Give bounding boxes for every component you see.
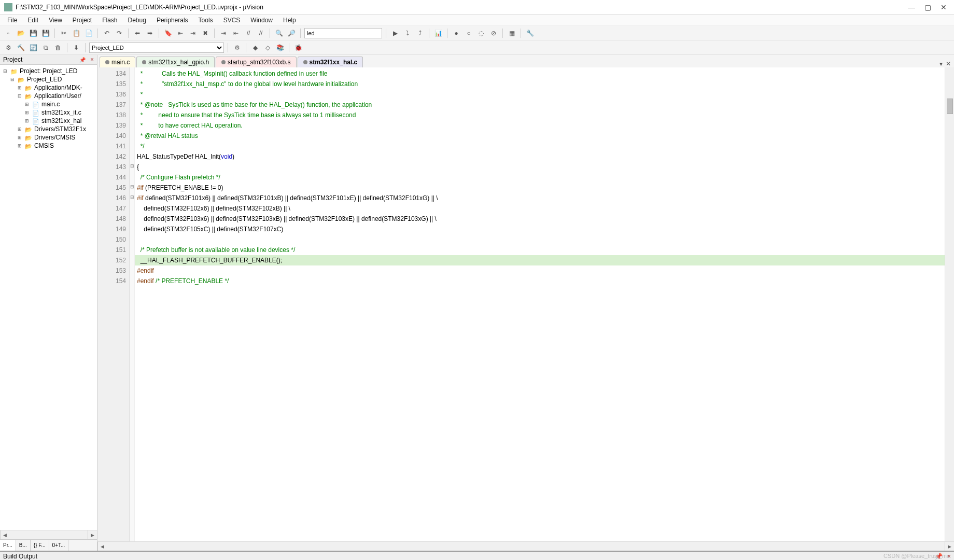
fold-gutter[interactable]: ⊟⊟⊟: [130, 67, 135, 541]
editor-vscroll[interactable]: [945, 67, 954, 541]
break-button[interactable]: ●: [451, 28, 461, 38]
menu-view[interactable]: View: [45, 16, 66, 25]
cut-button[interactable]: ✂: [59, 28, 69, 38]
file-tab-startup_stm32f103xb.s[interactable]: startup_stm32f103xb.s: [216, 57, 296, 67]
tree-group-2[interactable]: ⊞Drivers/STM32F1x: [1, 125, 96, 133]
rebuild-button[interactable]: 🔄: [28, 43, 38, 53]
project-tree[interactable]: ⊟Project: Project_LED⊟Project_LED⊞Applic…: [0, 65, 97, 530]
menu-edit[interactable]: Edit: [23, 16, 43, 25]
dbg-over-button[interactable]: ⤴: [415, 28, 425, 38]
panel-tab-0[interactable]: Pr...: [0, 540, 16, 551]
back-button[interactable]: ⬅: [132, 28, 143, 38]
project-panel-header: Project 📌 ×: [0, 55, 97, 65]
uncomment-button[interactable]: //: [256, 28, 266, 38]
find-button[interactable]: 🔍: [274, 28, 284, 38]
bm-next-button[interactable]: ⇥: [188, 28, 198, 38]
translate-button[interactable]: ⚙: [3, 43, 13, 53]
comment-button[interactable]: //: [243, 28, 254, 38]
scroll-thumb[interactable]: [947, 99, 953, 114]
new-button[interactable]: ▫: [3, 28, 13, 38]
watermark: CSDN @Please_trust_me: [883, 553, 950, 559]
tree-group-1[interactable]: ⊟Application/User/: [1, 92, 96, 100]
save-button[interactable]: 💾: [28, 28, 38, 38]
paste-button[interactable]: 📄: [83, 28, 94, 38]
outdent-button[interactable]: ⇤: [231, 28, 241, 38]
minimize-button[interactable]: —: [908, 3, 915, 11]
menu-debug[interactable]: Debug: [124, 16, 150, 25]
editor-close-icon[interactable]: ✕: [946, 60, 951, 67]
download-button[interactable]: ⬇: [71, 43, 81, 53]
build-button[interactable]: 🔨: [16, 43, 26, 53]
dbg-step-button[interactable]: ⤵: [402, 28, 413, 38]
tree-group-3[interactable]: ⊞Drivers/CMSIS: [1, 133, 96, 142]
clean-button[interactable]: 🗑: [53, 43, 63, 53]
options-button[interactable]: ⚙: [232, 43, 242, 53]
file-tab-stm32f1xx_hal_gpio.h[interactable]: stm32f1xx_hal_gpio.h: [136, 57, 215, 67]
menu-flash[interactable]: Flash: [98, 16, 121, 25]
file-tab-main.c[interactable]: main.c: [100, 57, 135, 67]
clear-all-button[interactable]: ⊘: [488, 28, 499, 38]
manage-rt-button[interactable]: ◆: [250, 43, 260, 53]
toolbar-build: ⚙🔨🔄⧉🗑⬇Project_LED⚙◆◇📚🐞: [0, 40, 954, 55]
batch-button[interactable]: ⧉: [40, 43, 51, 53]
project-hscroll[interactable]: ◀ ▶: [0, 530, 97, 539]
close-button[interactable]: ✕: [941, 3, 947, 11]
code-content[interactable]: * Calls the HAL_MspInit() callback funct…: [135, 67, 945, 541]
panel-tab-3[interactable]: 0+T...: [49, 540, 69, 551]
bm-clear-button[interactable]: ✖: [200, 28, 211, 38]
file-tab-stm32f1xx_hal.c[interactable]: stm32f1xx_hal.c: [298, 57, 363, 67]
menu-file[interactable]: File: [3, 16, 21, 25]
maximize-button[interactable]: ▢: [924, 3, 931, 11]
target-select[interactable]: Project_LED: [89, 43, 224, 53]
tree-project-root[interactable]: ⊟Project: Project_LED: [1, 67, 96, 75]
open-button[interactable]: 📂: [16, 28, 26, 38]
panel-tab-2[interactable]: {} F...: [31, 540, 49, 551]
menu-window[interactable]: Window: [246, 16, 277, 25]
indent-button[interactable]: ⇥: [218, 28, 229, 38]
forward-button[interactable]: ➡: [145, 28, 155, 38]
redo-button[interactable]: ↷: [114, 28, 124, 38]
manage-books-button[interactable]: 📚: [275, 43, 285, 53]
search-input[interactable]: [304, 28, 382, 38]
scroll-left-icon[interactable]: ◀: [97, 542, 107, 551]
scroll-right-icon[interactable]: ▶: [88, 530, 97, 539]
disable-button[interactable]: ◌: [476, 28, 486, 38]
tree-group-0[interactable]: ⊞Application/MDK-: [1, 83, 96, 92]
tree-file-1-1[interactable]: ⊞stm32f1xx_it.c: [1, 108, 96, 117]
menu-svcs[interactable]: SVCS: [219, 16, 245, 25]
file-icon: [142, 60, 146, 64]
undo-button[interactable]: ↶: [102, 28, 112, 38]
scroll-right-icon[interactable]: ▶: [945, 542, 954, 551]
scroll-left-icon[interactable]: ◀: [0, 530, 9, 539]
pin-icon[interactable]: 📌: [79, 57, 86, 63]
tree-file-1-2[interactable]: ⊞stm32f1xx_hal: [1, 117, 96, 125]
menu-help[interactable]: Help: [279, 16, 300, 25]
configure-button[interactable]: 🔧: [525, 28, 535, 38]
bm-prev-button[interactable]: ⇤: [175, 28, 186, 38]
enable-button[interactable]: ○: [464, 28, 474, 38]
menu-project[interactable]: Project: [68, 16, 96, 25]
editor-hscroll[interactable]: ◀ ▶: [97, 541, 954, 551]
copy-button[interactable]: 📋: [71, 28, 81, 38]
tree-target[interactable]: ⊟Project_LED: [1, 75, 96, 83]
dbg-launch-button[interactable]: ▶: [390, 28, 400, 38]
menu-peripherals[interactable]: Peripherals: [152, 16, 192, 25]
bookmark-button[interactable]: 🔖: [163, 28, 173, 38]
tree-group-4[interactable]: ⊞CMSIS: [1, 142, 96, 150]
panel-close-icon[interactable]: ×: [90, 56, 94, 63]
saveall-button[interactable]: 💾: [40, 28, 51, 38]
tab-dropdown-icon[interactable]: ▾: [939, 60, 943, 67]
tree-file-1-0[interactable]: ⊞main.c: [1, 100, 96, 108]
scroll-track[interactable]: [9, 530, 88, 539]
analyzer-button[interactable]: 📊: [433, 28, 443, 38]
find-in-files-button[interactable]: 🔎: [286, 28, 297, 38]
panel-tab-1[interactable]: B...: [16, 540, 31, 551]
window-layout-button[interactable]: ▦: [507, 28, 517, 38]
debug-session-button[interactable]: 🐞: [293, 43, 303, 53]
build-output-title: Build Output: [3, 553, 37, 560]
scroll-track[interactable]: [107, 542, 945, 551]
manage-pkg-button[interactable]: ◇: [262, 43, 273, 53]
build-output-panel: Build Output 📌 × *** Using Compiler 'V5.…: [0, 551, 954, 560]
menu-tools[interactable]: Tools: [194, 16, 217, 25]
code-editor[interactable]: 1341351361371381391401411421431441451461…: [97, 67, 954, 541]
